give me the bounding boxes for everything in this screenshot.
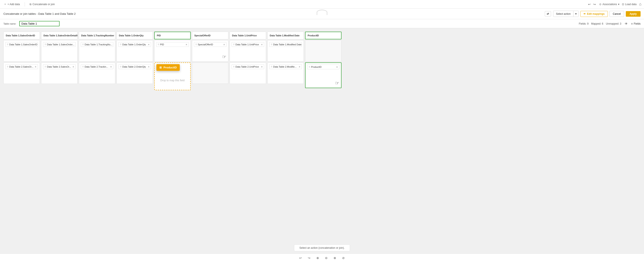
column-unitprice: Data Table 1.UnitPrice ⠿ Data Table 1.Un…: [230, 32, 266, 92]
remove-icon[interactable]: ✕: [35, 66, 36, 68]
dragging-card: ⊞ ProductID: [156, 64, 180, 71]
column-orderqty: Data Table 1.OrderQty ⠿ Data Table 1.Ord…: [116, 32, 153, 92]
column-pid: PID ⠿ PID ✕ ⊞ ProductID Drop to map this…: [154, 32, 191, 92]
drag-handle-icon: ⠿: [82, 43, 84, 46]
cell-item: ⠿ Data Table 1.OrderQty ✕: [118, 42, 151, 47]
apply-button[interactable]: Apply: [626, 11, 640, 17]
col-header-orderqty: Data Table 1.OrderQty: [116, 32, 153, 39]
remove-icon[interactable]: ✕: [72, 66, 74, 68]
remove-icon[interactable]: ✕: [299, 66, 300, 68]
cell-section-row1-4: ⠿ Data Table 1.OrderQty ✕: [116, 40, 153, 62]
cursor-pointer-icon: ☞: [335, 80, 339, 86]
top-toolbar: ＋ + Add data ⧉ Concatenate or join ↩ ↪ ⊙…: [0, 0, 644, 8]
cell-section-row2-3: ⠿ Data Table 2.Trackin... ✕: [79, 62, 115, 84]
select-action-arrow-icon[interactable]: ▾: [573, 11, 578, 17]
home-icon: ⌂: [639, 2, 642, 6]
load-data-button[interactable]: ⊡ Load data: [622, 3, 636, 6]
col-header-salesorderid: Data Table 1.SalesOrderID: [4, 32, 40, 39]
load-data-label: Load data: [625, 3, 636, 6]
dragging-label: ProductID: [164, 66, 177, 69]
redo-button[interactable]: ↪: [592, 2, 597, 7]
toolbar-right: ↩ ↪ ⊙ Associations ▾ ⊡ Load data ⌂: [587, 2, 642, 7]
table-name-row: Table name: Fields: 9 Mapped: 6 Unmapped…: [0, 19, 644, 28]
plus-icon: ＋: [4, 2, 6, 6]
swap-button[interactable]: ⇄: [545, 11, 551, 16]
cell-section-row2-8: ⠿ Data Table 2.Modifie... ✕: [267, 62, 304, 84]
cell-text: Data Table 2.SalesOr...: [47, 65, 71, 68]
drag-handle-icon: ⠿: [233, 43, 234, 46]
add-data-button[interactable]: ＋ + Add data: [2, 1, 21, 7]
loading-indicator: [317, 10, 327, 15]
status-text: Select an action (concatenation or join)…: [300, 246, 345, 249]
cell-section-row1-2: ⠿ Data Table 1.SalesOrder... ✕: [41, 40, 78, 62]
col-header-salesorderdetailid: Data Table 1.SalesOrderDetailID: [41, 32, 78, 39]
main-content: Data Table 1.SalesOrderID ⠿ Data Table 1…: [0, 28, 644, 254]
col-header-unitprice: Data Table 1.UnitPrice: [230, 32, 266, 39]
concat-icon: ⧉: [30, 3, 32, 6]
cell-section-row1-1: ⠿ Data Table 1.SalesOrderID ✕: [4, 40, 40, 62]
cursor-hand-icon: ☞: [222, 54, 226, 60]
cell-section-row1-7: ⠿ Data Table 1.UnitPrice ✕: [230, 40, 266, 62]
cell-text: Data Table 1.SalesOrderID: [9, 43, 37, 46]
col-header-pid: PID: [154, 32, 191, 39]
drag-handle-icon: ⠿: [44, 43, 46, 46]
add-data-label: + Add data: [8, 3, 20, 6]
remove-icon[interactable]: ✕: [223, 43, 225, 46]
page-title: Concatenate or join tables - Data Table …: [4, 12, 543, 15]
cell-text: Data Table 2.UnitPrice: [236, 65, 259, 68]
fields-button[interactable]: ≡ Fields: [631, 22, 640, 25]
fields-list-icon: ≡: [631, 22, 633, 25]
remove-icon[interactable]: ✕: [110, 66, 112, 68]
cell-text: Data Table 1.OrderQty: [122, 43, 146, 46]
remove-icon[interactable]: ✕: [148, 43, 150, 46]
cell-item: ⠿ Data Table 2.OrderQty ✕: [118, 64, 151, 69]
remove-icon[interactable]: ✕: [148, 66, 150, 68]
select-action-dropdown[interactable]: Select action ▾: [553, 11, 579, 17]
status-bar: Select an action (concatenation or join)…: [294, 245, 350, 251]
bottom-toolbar: ↩ ↪ ⊕ ⊖ ⊗ ⊘: [0, 254, 644, 254]
remove-icon[interactable]: ✕: [261, 43, 263, 46]
cell-text: Data Table 2.OrderQty: [122, 65, 146, 68]
fields-info: Fields: 9 Mapped: 6 Unmapped: 3 👁 ≡ Fiel…: [579, 21, 640, 26]
remove-icon[interactable]: ✕: [186, 43, 187, 46]
fields-btn-label: Fields: [634, 22, 640, 25]
concat-join-button[interactable]: ⧉ Concatenate or join: [28, 2, 56, 7]
associations-button[interactable]: ⊙ Associations ▾: [599, 3, 619, 6]
cell-text: Data Table 2.Trackin...: [84, 65, 108, 68]
cell-item: ⠿ Data Table 2.SalesOr... ✕: [43, 64, 76, 69]
unmapped-count: Unmapped: 3: [606, 22, 621, 25]
cell-item: ⠿ SpecialOfferID ✕: [194, 42, 226, 47]
cell-section-row2-7: ⠿ Data Table 2.UnitPrice ✕: [230, 62, 266, 84]
cell-text: PID: [160, 43, 164, 46]
header-actions: Select action ▾ ✏ Edit mappings Cancel A…: [553, 11, 640, 17]
associations-icon: ⊙: [599, 3, 601, 6]
cell-text: Data Table 1.SalesOrder...: [47, 43, 74, 46]
edit-mappings-button[interactable]: ✏ Edit mappings: [580, 11, 608, 17]
cell-section-row2-4: ⠿ Data Table 2.OrderQty ✕: [116, 62, 153, 84]
cell-section-row1-6: ⠿ SpecialOfferID ✕ ☞: [192, 40, 228, 62]
visibility-toggle-button[interactable]: 👁: [624, 21, 628, 26]
drag-handle-icon: ⠿: [196, 43, 197, 46]
remove-icon[interactable]: ✕: [261, 66, 263, 68]
remove-icon[interactable]: ✕: [336, 66, 338, 68]
table-name-input[interactable]: [19, 21, 60, 26]
cancel-button[interactable]: Cancel: [610, 11, 624, 17]
col-header-specialofferid: SpecialOfferID: [192, 32, 228, 39]
cell-section-row2-2: ⠿ Data Table 2.SalesOr... ✕: [41, 62, 78, 84]
cell-section-row2-1: ⠿ Data Table 2.SalesOr... ✕: [4, 62, 40, 84]
drag-handle-icon: ⠿: [309, 66, 310, 68]
drag-handle-icon: ⠿: [44, 66, 46, 68]
cell-item: ⠿ Data Table 1.SalesOrder... ✕: [43, 42, 76, 47]
undo-button[interactable]: ↩: [587, 2, 592, 7]
cell-item: ⠿ Data Table 1.SalesOrderID ✕: [5, 42, 38, 47]
column-salesorderdetailid: Data Table 1.SalesOrderDetailID ⠿ Data T…: [41, 32, 78, 92]
cell-item: ⠿ Data Table 2.SalesOr... ✕: [5, 64, 38, 69]
cell-item: ⠿ Data Table 1.TrackingNu... ✕: [81, 42, 113, 47]
remove-icon[interactable]: ✕: [76, 43, 76, 46]
drop-zone-section[interactable]: ⊞ ProductID Drop to map this field: [154, 62, 191, 92]
cell-text: ProductID: [311, 66, 322, 68]
cell-item: ⠿ Data Table 1.Modified Date ✕: [269, 42, 302, 47]
table-name-label: Table name:: [4, 22, 16, 25]
concat-join-label: Concatenate or join: [32, 3, 55, 6]
select-action-label: Select action: [554, 11, 573, 17]
